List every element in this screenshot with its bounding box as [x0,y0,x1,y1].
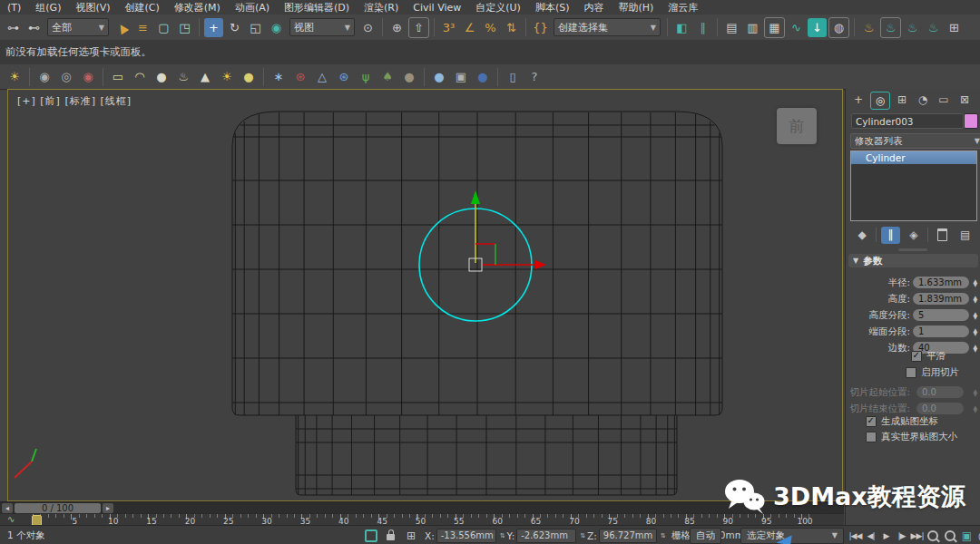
select-and-place-icon[interactable]: ◉ [267,18,286,37]
spinner-arrows-icon[interactable]: ▲▼ [973,389,977,396]
clipboard-icon[interactable]: ▣ [451,67,471,87]
viewport-front[interactable]: [+] [前] [标准] [线框] 前 [7,89,843,501]
select-object-icon[interactable]: ▲ [109,15,135,41]
next-frame-button[interactable]: |▶ [894,529,909,543]
grass-icon[interactable]: ψ [356,67,376,87]
spinner-arrows-icon[interactable]: ▲▼ [973,279,977,287]
target-camera-icon[interactable]: ◉ [34,67,54,87]
isolate-selection-icon[interactable] [365,529,377,542]
menu-customize[interactable]: 自定义(U) [468,1,528,15]
orbit-icon[interactable]: ◯ [976,528,980,543]
select-and-rotate-icon[interactable]: ↻ [225,18,244,37]
move-gizmo[interactable] [469,190,546,271]
tab-modify[interactable]: ◎ [870,92,890,110]
named-selection-sets-dropdown[interactable]: 创建选择集▼ [554,18,661,36]
modifier-list-dropdown[interactable]: 修改器列表 ▼ [850,133,980,149]
track-bar[interactable]: ∿ 05101520253035404550556065707580859095… [0,513,844,526]
viewcube[interactable]: 前 [777,108,817,144]
spinner-arrows-icon[interactable]: ▲▼ [973,345,977,352]
object-color-swatch[interactable] [964,113,978,129]
parameter-field[interactable]: 5 [913,309,969,321]
tree-icon[interactable]: ♠ [377,67,397,87]
sky-sphere-icon[interactable]: ● [429,67,449,87]
spinner-arrows-icon[interactable]: ▲▼ [973,296,977,303]
key-filter-dropdown[interactable]: 选定对象 ▼ [740,528,844,544]
tab-create[interactable]: + [849,92,867,108]
edit-named-selection-sets-icon[interactable]: {} [531,18,550,37]
menu-liuyunku[interactable]: 溜云库 [661,1,705,15]
render-setup-icon[interactable]: ♨ [859,18,878,37]
unlink-selection-icon[interactable]: ⊷ [24,18,44,37]
parameters-rollout-header[interactable]: ▼ 参数 [848,254,978,267]
checkbox[interactable] [906,367,916,378]
align-icon[interactable]: ∥ [693,18,712,37]
menu-help[interactable]: 帮助(H) [611,1,661,15]
menu-tools[interactable]: (T) [0,2,28,14]
render-cloud-icon[interactable]: ♨ [924,18,943,37]
use-pivot-point-center-icon[interactable]: ⊙ [358,18,377,37]
x-spinner[interactable]: ⇅ [500,532,505,539]
make-unique-icon[interactable]: ◈ [905,227,923,244]
play-button[interactable]: ▶ [878,529,894,543]
material-editor-icon[interactable]: ◍ [828,17,849,38]
rendered-frame-window-icon[interactable]: ♨ [880,17,901,38]
menu-animation[interactable]: 动画(A) [228,1,277,15]
reference-coordinate-system-dropdown[interactable]: 视图▼ [289,18,355,36]
plane-icon[interactable]: ▭ [108,67,128,87]
prev-frame-arrow[interactable]: ◂ [2,503,13,513]
spinner-snap-icon[interactable]: ⇅ [502,18,521,37]
snap-toggle-3d-icon[interactable]: 3³ [439,18,458,37]
free-camera-icon[interactable]: ◎ [56,67,76,87]
menu-modifiers[interactable]: 修改器(M) [167,1,228,15]
parameter-field[interactable]: 0.0 [916,386,964,398]
prev-frame-button[interactable]: ◀| [863,529,878,543]
z-coordinate-field[interactable]: 96.727mm [599,529,657,543]
keyboard-shortcut-override-icon[interactable]: ⇧ [408,17,429,38]
select-and-scale-icon[interactable]: ◱ [246,18,265,37]
auto-key-button[interactable]: 自动 [690,528,721,544]
geosphere-icon[interactable]: ● [239,67,259,87]
pin-stack-icon[interactable]: ◆ [853,227,871,244]
parameter-field[interactable]: 1 [913,325,969,337]
spinner-arrows-icon[interactable]: ▲▼ [973,405,977,413]
mirror-icon[interactable]: ◧ [672,18,691,37]
particle-system-icon[interactable]: ⊛ [290,67,310,87]
zoom-icon[interactable] [925,528,940,543]
atom-icon[interactable]: ⊛ [334,67,354,87]
dome-icon[interactable]: ◠ [130,67,150,87]
spinner-arrows-icon[interactable]: ▲▼ [973,312,977,319]
tab-motion[interactable]: ◔ [914,92,932,108]
parameter-field[interactable]: 1.633mm [913,277,969,288]
rock-icon[interactable]: ● [399,67,419,87]
percent-snap-icon[interactable]: % [481,18,500,37]
select-and-move-icon[interactable]: + [204,18,223,37]
layer-explorer-icon[interactable]: ▥ [743,18,762,37]
sphere-icon[interactable]: ● [152,67,172,87]
y-coordinate-field[interactable]: -2.623mm [516,529,576,543]
spray-particles-icon[interactable]: ∗ [269,67,289,87]
object-name-field[interactable]: Cylinder003 [851,113,964,129]
parameter-field[interactable]: 0.0 [916,403,964,414]
checkbox[interactable] [866,432,877,442]
remove-modifier-icon[interactable] [933,227,951,244]
panel-grip[interactable] [898,248,927,251]
menu-scripting[interactable]: 脚本(S) [528,1,577,15]
a360-gallery-icon[interactable]: ⊞ [945,18,964,37]
teapot-icon[interactable]: ♨ [173,67,193,87]
parameter-field[interactable]: 1.839mm [913,293,969,305]
cone-icon[interactable]: ▲ [195,67,215,87]
menu-content[interactable]: 内容 [576,1,611,15]
scene-explorer-icon[interactable]: ▤ [722,18,741,37]
y-spinner[interactable]: ⇅ [580,532,585,539]
menu-group[interactable]: 组(G) [28,1,68,15]
render-production-icon[interactable]: ♨ [903,18,922,37]
schematic-view-icon[interactable]: ↓ [808,18,827,37]
z-spinner[interactable]: ⇅ [661,532,666,539]
rect-selection-region-icon[interactable]: ▢ [154,18,173,37]
transform-typein-icon[interactable]: ⊞ [407,529,416,542]
x-coordinate-field[interactable]: -13.556mm [436,529,496,543]
menu-graph-editors[interactable]: 图形编辑器(D) [277,1,357,15]
physical-camera-icon[interactable]: ◉ [78,67,98,87]
tab-utilities[interactable]: ⊠ [956,92,974,108]
curve-editor-icon[interactable]: ∿ [787,18,806,37]
